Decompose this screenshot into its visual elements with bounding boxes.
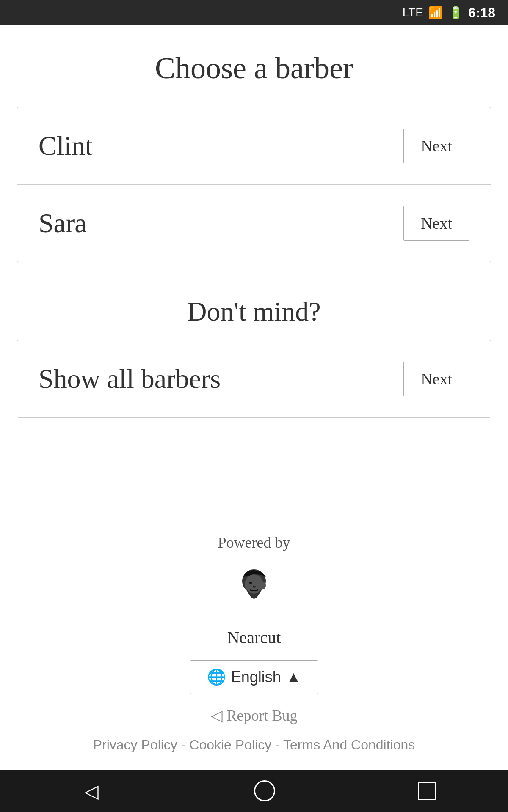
- barbers-list: Clint Next Sara Next: [17, 107, 491, 279]
- battery-icon: 🔋: [448, 6, 463, 20]
- barber-item-clint: Clint Next: [17, 107, 491, 184]
- status-icons: LTE 📶 🔋 6:18: [403, 5, 495, 21]
- barber-name-sara: Sara: [39, 208, 87, 239]
- report-bug-label: Report Bug: [227, 707, 298, 724]
- footer: Powered by Nearcut 🌐 English ▲ ◁ Report …: [0, 508, 508, 770]
- nearcut-brand-name: Nearcut: [227, 628, 281, 647]
- footer-links: Privacy Policy - Cookie Policy - Terms A…: [93, 737, 415, 753]
- page-title: Choose a barber: [17, 51, 491, 86]
- show-all-barbers-label: Show all barbers: [39, 363, 221, 395]
- next-button-clint[interactable]: Next: [403, 129, 469, 163]
- show-all-container: Show all barbers Next: [17, 340, 491, 418]
- barbers-container: Clint Next Sara Next: [17, 107, 491, 262]
- status-bar: LTE 📶 🔋 6:18: [0, 0, 508, 25]
- svg-point-1: [245, 574, 263, 595]
- svg-point-2: [261, 582, 266, 589]
- next-button-all[interactable]: Next: [403, 362, 469, 396]
- status-time: 6:18: [468, 5, 495, 21]
- nearcut-logo: [229, 564, 279, 615]
- home-button[interactable]: [254, 780, 275, 801]
- signal-icon: 📶: [428, 6, 443, 20]
- main-content: Choose a barber Clint Next Sara Next Don…: [0, 25, 508, 483]
- language-label: English: [231, 668, 281, 686]
- svg-point-3: [249, 582, 252, 584]
- terms-conditions-link[interactable]: Terms And Conditions: [283, 737, 415, 752]
- dont-mind-heading: Don't mind?: [17, 296, 491, 327]
- language-selector[interactable]: 🌐 English ▲: [190, 660, 319, 694]
- cookie-policy-link[interactable]: Cookie Policy: [189, 737, 271, 752]
- lte-icon: LTE: [403, 6, 423, 19]
- recent-apps-button[interactable]: [418, 782, 436, 800]
- report-arrow-icon: ◁: [211, 707, 223, 724]
- android-nav-bar: ◁: [0, 770, 508, 812]
- barber-name-clint: Clint: [39, 130, 93, 162]
- report-bug-link[interactable]: ◁ Report Bug: [211, 707, 298, 724]
- show-all-barbers-item: Show all barbers Next: [17, 340, 491, 417]
- powered-by-text: Powered by: [218, 534, 290, 551]
- separator-1: -: [181, 737, 190, 752]
- barber-item-sara: Sara Next: [17, 184, 491, 262]
- chevron-up-icon: ▲: [286, 668, 301, 686]
- globe-icon: 🌐: [207, 668, 226, 686]
- separator-2: -: [275, 737, 283, 752]
- back-button[interactable]: ◁: [72, 776, 111, 806]
- privacy-policy-link[interactable]: Privacy Policy: [93, 737, 177, 752]
- next-button-sara[interactable]: Next: [403, 206, 469, 241]
